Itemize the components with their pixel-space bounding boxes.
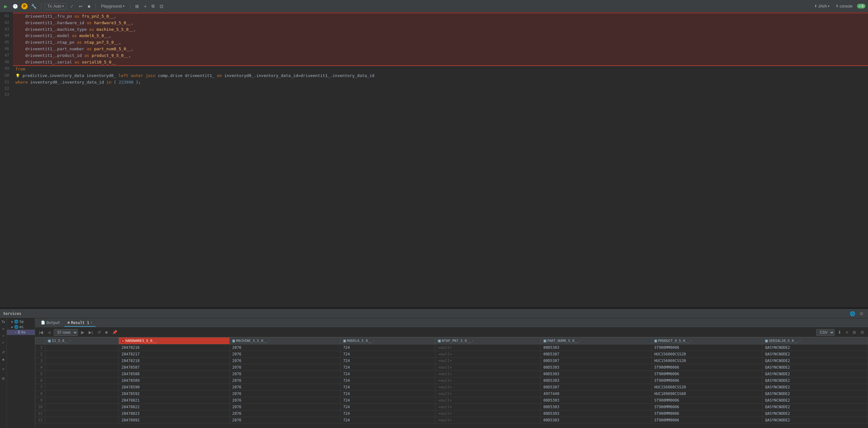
tree-label-re: Re — [21, 330, 26, 334]
nav-icon-btn[interactable]: ⊞ — [1, 376, 5, 381]
table-row[interactable]: 5284785882076724<null>00D5303ST900MM0006… — [35, 371, 868, 377]
table-cell: ST900MM0006 — [651, 404, 763, 410]
tx-icon-btn[interactable]: Tx — [1, 319, 6, 324]
playground-button[interactable]: Playground ▾ — [99, 3, 127, 9]
clock-button[interactable]: 🕐 — [11, 3, 20, 10]
table-cell: 00D5387 — [541, 351, 652, 358]
table-row[interactable]: 4284785872076724<null>00D5303ST900MM0006… — [35, 364, 868, 371]
table-row[interactable]: 3284782182076724<null>00D5387HUC156060CS… — [35, 358, 868, 364]
run-button[interactable]: ▶ — [2, 3, 9, 10]
table-cell: ST900MM0006 — [651, 364, 763, 371]
line-code-48: driveentit1_.serial as serial10_5_0__ — [13, 59, 868, 66]
col-partnum[interactable]: ≡PART_NUM8_5_0__▾ — [541, 337, 652, 344]
stop-icon-btn[interactable]: ■ — [2, 357, 5, 362]
table-cell: 10 — [35, 404, 45, 410]
tree-item-re[interactable]: ▾ 🗄 Re — [7, 330, 35, 335]
tree-label-mi: mi — [20, 325, 24, 329]
rows-dropdown[interactable]: 57 rows — [54, 329, 78, 336]
stop-button[interactable]: ■ — [86, 3, 92, 10]
filter-result-btn[interactable]: ≡ — [844, 329, 849, 335]
copy-button[interactable]: ⧉ — [150, 2, 156, 10]
pin-btn[interactable]: 📌 — [111, 329, 119, 335]
wrench-button[interactable]: 🔧 — [30, 3, 38, 10]
split-button[interactable]: ⊡ — [158, 3, 165, 10]
list-icon-btn[interactable]: ≡ — [2, 326, 5, 331]
services-main: 📄 Output ⊞ Result 1 ✕ |◀ ◀ 57 rows — [35, 318, 868, 428]
tree-item-mi[interactable]: ▶ 🌐 mi — [7, 324, 35, 330]
globe-icon-btn[interactable]: 🌐 — [848, 310, 856, 317]
table-row[interactable]: 11284788232076724<null>00D5303ST900MM000… — [35, 410, 868, 417]
table-cell — [45, 351, 119, 358]
check-button[interactable]: ✓ — [68, 3, 75, 10]
playground-label: Playground — [101, 4, 122, 8]
arrow-icon2: ▶ — [11, 325, 13, 329]
p-button[interactable]: P — [21, 3, 28, 9]
table-cell: <null> — [435, 417, 541, 424]
sep3 — [130, 3, 130, 9]
tree-item-sp[interactable]: ▶ 🌐 Sp — [7, 319, 35, 324]
next-page-btn[interactable]: ▶ — [80, 329, 86, 335]
tab-close-icon[interactable]: ✕ — [91, 320, 93, 325]
refresh-result-btn[interactable]: ↺ — [96, 329, 102, 335]
layout-result-btn[interactable]: ⊞ — [851, 329, 857, 335]
table-row[interactable]: 7284785902076724<null>00D5387HUC156060CS… — [35, 384, 868, 391]
java-dropdown[interactable]: ⬆ JAVA ▾ — [812, 3, 831, 9]
table-cell — [45, 410, 119, 417]
col-i2[interactable]: ≡I2_5_0__▾ — [45, 337, 119, 344]
table-cell: QASYNCNODE2 — [763, 344, 868, 351]
data-table: ≡I2_5_0__▾ ≡HARDWARE3_5_0__▾ ≡MACHINE_5_… — [35, 337, 868, 424]
tab-output[interactable]: 📄 Output — [38, 319, 63, 327]
prev-page-btn[interactable]: ◀ — [46, 329, 52, 335]
table-cell: 724 — [340, 364, 435, 371]
export-btn[interactable]: ⬇ — [837, 329, 842, 335]
table-cell — [45, 344, 119, 351]
settings-icon-btn[interactable]: ⚙ — [858, 310, 865, 317]
table-row[interactable]: 8284785922076724<null>49Y7449HUC109090CS… — [35, 391, 868, 397]
table-cell: 12 — [35, 417, 45, 424]
data-table-container[interactable]: ≡I2_5_0__▾ ≡HARDWARE3_5_0__▾ ≡MACHINE_5_… — [35, 337, 868, 428]
check-icon-btn[interactable]: ✓ — [1, 340, 5, 345]
tx-dropdown[interactable]: Tx: Auto ▾ — [44, 3, 67, 9]
table-row[interactable]: 6284785892076724<null>00D5303ST900MM0006… — [35, 377, 868, 384]
col-product[interactable]: ≡PRODUCT_9_5_0__▾ — [651, 337, 763, 344]
first-page-btn[interactable]: |◀ — [38, 329, 44, 335]
undo-button[interactable]: ↩ — [77, 3, 84, 10]
table-cell: 724 — [340, 391, 435, 397]
col-icon8: ≡ — [765, 339, 768, 342]
sort-arrow-model: ▾ — [373, 339, 375, 342]
tree-label-sp: Sp — [20, 319, 24, 324]
table-cell: 28478592 — [119, 391, 230, 397]
line-code-42: driveentit1_.hardware_id as hardware3_5_… — [13, 20, 868, 26]
col-model[interactable]: ≡MODEL6_5_0__▾ — [340, 337, 435, 344]
expand-icon-btn[interactable]: » — [2, 333, 5, 338]
services-tree: ▶ 🌐 Sp ▶ 🌐 mi ▾ 🗄 Re — [7, 318, 35, 428]
sort-arrow-partnum: ▾ — [580, 339, 581, 342]
table-cell — [45, 358, 119, 364]
table-row[interactable]: 1284782162076724<null>00D5303ST900MM0006… — [35, 344, 868, 351]
add-button[interactable]: + — [142, 3, 148, 10]
code-editor[interactable]: 41 driveentit1_.fru_pn as fru_pn2_5_0__,… — [0, 12, 868, 307]
grid-button[interactable]: ⊞ — [133, 3, 141, 10]
last-page-btn[interactable]: ▶| — [87, 329, 94, 335]
stop-result-btn[interactable]: ■ — [104, 329, 109, 335]
tab-output-label: Output — [46, 320, 60, 325]
col-ntap[interactable]: ≡NTAP_PN7_5_0__▾ — [435, 337, 541, 344]
console-button[interactable]: ⬆ console — [834, 3, 854, 9]
col-hw3[interactable]: ≡HARDWARE3_5_0__▾ — [119, 337, 230, 344]
refresh-icon-btn[interactable]: ↺ — [1, 350, 5, 355]
tab-result1[interactable]: ⊞ Result 1 ✕ — [64, 319, 96, 327]
table-row[interactable]: 2284782172076724<null>00D5387HUC156060CS… — [35, 351, 868, 358]
filter-icon-btn[interactable]: ≡ — [2, 366, 5, 371]
table-row[interactable]: 9284788212076724<null>00D5303ST900MM0006… — [35, 397, 868, 404]
settings-result-btn[interactable]: ⚙ — [859, 329, 866, 335]
table-cell: ST900MM0006 — [651, 410, 763, 417]
col-mach[interactable]: ≡MACHINE_5_5_0__▾ — [230, 337, 341, 344]
table-cell: 00D5303 — [541, 410, 652, 417]
table-row[interactable]: 10284788222076724<null>00D5303ST900MM000… — [35, 404, 868, 410]
col-serial[interactable]: ≡SERIAL10_5_0__▾ — [763, 337, 868, 344]
table-cell: 724 — [340, 344, 435, 351]
table-row[interactable]: 12284789922076724<null>00D5303ST900MM000… — [35, 417, 868, 424]
table-cell: 28478589 — [119, 377, 230, 384]
csv-dropdown[interactable]: CSV — [816, 329, 835, 336]
table-cell: 2076 — [230, 397, 341, 404]
